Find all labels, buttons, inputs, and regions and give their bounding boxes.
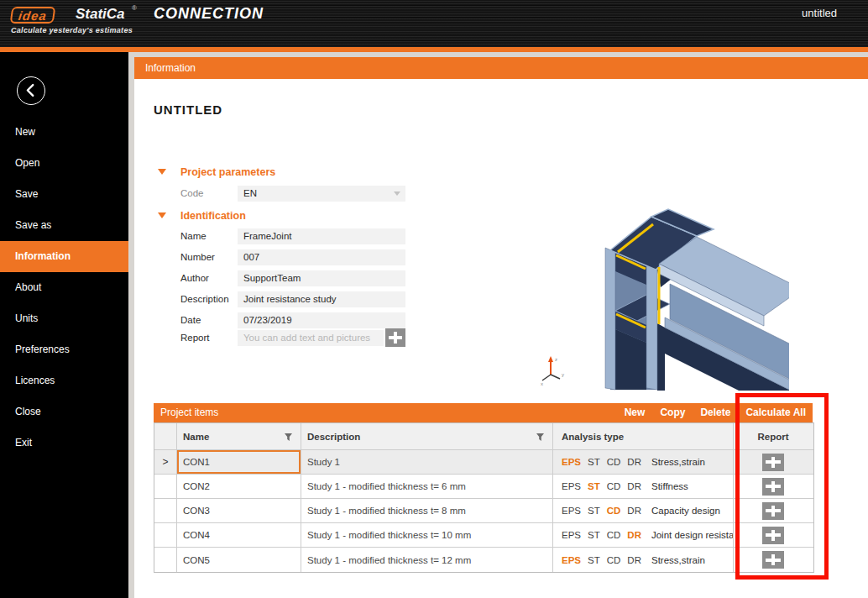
chevron-right-icon: > — [162, 456, 168, 468]
delete-button[interactable]: Delete — [700, 403, 730, 422]
funnel-icon[interactable] — [284, 433, 293, 442]
selector-header-cell — [154, 423, 177, 449]
svg-text:y: y — [562, 372, 564, 377]
code-label: Code — [180, 188, 204, 198]
table-row[interactable]: CON4 Study 1 - modified thickness t= 10 … — [154, 523, 813, 548]
sidebar-item-about[interactable]: About — [0, 272, 128, 303]
name-header-cell: Name — [177, 423, 301, 449]
collapse-triangle-icon[interactable] — [158, 212, 166, 218]
report-add-button[interactable] — [762, 551, 784, 569]
section-title: Identification — [180, 210, 246, 222]
table-row[interactable]: CON5 Study 1 - modified thickness t= 12 … — [154, 548, 813, 572]
analysis-code-st: ST — [588, 457, 600, 467]
identification-field-row: Author SupportTeam — [180, 270, 541, 287]
add-report-button[interactable] — [385, 328, 405, 347]
analysis-code-eps: EPS — [562, 555, 581, 565]
code-value: EN — [243, 188, 257, 198]
calculate-all-button[interactable]: Calculate All — [745, 403, 806, 422]
sidebar-item-preferences[interactable]: Preferences — [0, 334, 128, 365]
analysis-code-dr: DR — [627, 555, 641, 565]
analysis-code-st: ST — [588, 481, 600, 491]
model-3d-viewport[interactable]: z y x — [520, 202, 789, 391]
content-area: Information UNTITLED Project parameters … — [134, 52, 868, 598]
axis-triad-icon: z y x — [541, 356, 564, 386]
tagline: Calculate yesterday's estimates — [11, 26, 133, 34]
analysis-code-st: ST — [588, 555, 600, 565]
report-add-button[interactable] — [762, 478, 784, 496]
analysis-type-header-cell: Analysis type — [553, 423, 734, 449]
analysis-code-cd: CD — [607, 555, 621, 565]
analysis-code-cd: CD — [607, 506, 621, 516]
sidebar-item-close[interactable]: Close — [0, 396, 128, 428]
document-title: untitled — [802, 7, 837, 19]
plus-icon — [762, 502, 784, 520]
sidebar-item-save[interactable]: Save — [0, 179, 128, 210]
analysis-code-cd: CD — [607, 457, 621, 467]
code-row: Code EN — [180, 186, 541, 202]
analysis-code-cd: CD — [607, 481, 621, 491]
chevron-down-icon — [394, 191, 400, 196]
sidebar-item-units[interactable]: Units — [0, 303, 128, 334]
author-field[interactable]: SupportTeam — [238, 270, 405, 286]
svg-text:x: x — [541, 381, 543, 386]
information-panel: UNTITLED Project parameters Code EN Iden… — [134, 79, 868, 598]
table-row[interactable]: CON2 Study 1 - modified thickness t= 6 m… — [154, 475, 813, 499]
table-row[interactable]: CON3 Study 1 - modified thickness t= 8 m… — [154, 499, 813, 523]
report-add-button[interactable] — [762, 527, 784, 544]
report-row: Report You can add text and pictures — [180, 330, 541, 347]
report-header-cell: Report — [734, 423, 813, 449]
report-label: Report — [180, 333, 210, 343]
report-placeholder: You can add text and pictures — [243, 333, 370, 343]
identification-field-row: Date 07/23/2019 — [180, 312, 541, 329]
project-items-table: Name Description Analysis type — [154, 422, 814, 573]
tab-information[interactable]: Information — [134, 57, 868, 79]
description-header-cell: Description — [301, 423, 553, 449]
report-input[interactable]: You can add text and pictures — [238, 330, 384, 346]
sidebar-gutter — [128, 52, 134, 598]
identification-field-row: Number 007 — [180, 249, 541, 266]
sidebar: NewOpenSaveSave asInformationAboutUnitsP… — [0, 52, 128, 598]
analysis-code-dr: DR — [627, 506, 641, 516]
number-field[interactable]: 007 — [238, 249, 405, 265]
sidebar-menu: NewOpenSaveSave asInformationAboutUnitsP… — [0, 52, 128, 598]
funnel-icon[interactable] — [536, 433, 545, 442]
sidebar-item-licences[interactable]: Licences — [0, 365, 128, 396]
page-title: UNTITLED — [154, 102, 222, 117]
registered-mark: ® — [132, 4, 137, 12]
sidebar-item-exit[interactable]: Exit — [0, 428, 128, 459]
statica-logo-text: StatiCa — [76, 6, 125, 23]
report-add-button[interactable] — [762, 502, 784, 520]
app-header: idea StatiCa ® CONNECTION Calculate yest… — [0, 0, 868, 47]
plus-icon — [762, 454, 784, 471]
analysis-code-eps: EPS — [562, 457, 581, 467]
sidebar-item-information[interactable]: Information — [0, 241, 128, 272]
identification-field-row: Description Joint resistance study — [180, 291, 541, 308]
collapse-triangle-icon[interactable] — [158, 169, 166, 175]
name-field[interactable]: FrameJoint — [238, 228, 405, 244]
plus-icon — [385, 328, 405, 347]
sidebar-item-new[interactable]: New — [0, 117, 128, 148]
steel-joint-3d-model: z y x — [520, 202, 789, 391]
plus-icon — [762, 478, 784, 496]
description-field[interactable]: Joint resistance study — [238, 291, 405, 307]
project-items-actions: NewCopyDeleteCalculate All — [625, 403, 806, 422]
plus-icon — [762, 551, 784, 569]
analysis-code-dr: DR — [627, 481, 641, 491]
analysis-code-dr: DR — [627, 530, 641, 540]
tab-label: Information — [145, 62, 196, 74]
identification-field-row: Name FrameJoint — [180, 228, 541, 245]
plus-icon — [762, 527, 784, 544]
report-add-button[interactable] — [762, 454, 784, 471]
analysis-code-dr: DR — [627, 457, 641, 467]
copy-button[interactable]: Copy — [660, 403, 685, 422]
sidebar-item-save-as[interactable]: Save as — [0, 210, 128, 241]
date-field[interactable]: 07/23/2019 — [238, 312, 405, 328]
analysis-code-eps: EPS — [562, 506, 581, 516]
new-button[interactable]: New — [625, 403, 646, 422]
table-body: > CON1 Study 1 EPSSTCDDRStress,strain CO… — [154, 450, 813, 572]
analysis-code-eps: EPS — [562, 530, 581, 540]
sidebar-item-open[interactable]: Open — [0, 148, 128, 179]
table-row[interactable]: > CON1 Study 1 EPSSTCDDRStress,strain — [154, 450, 813, 475]
analysis-code-st: ST — [588, 530, 600, 540]
code-select[interactable]: EN — [238, 186, 405, 202]
